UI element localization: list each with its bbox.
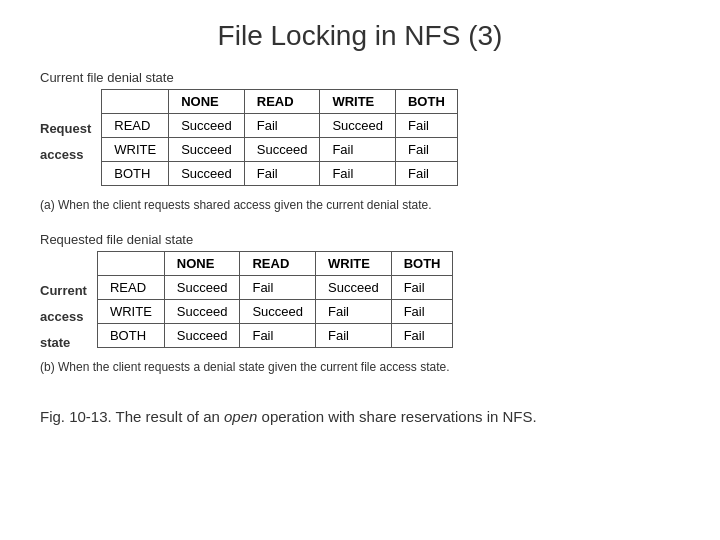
cell-b-write-write: Fail xyxy=(316,300,392,324)
row-group-label-a-line1: Request xyxy=(40,115,97,141)
row-group-label-b-line2: access xyxy=(40,303,93,329)
col-header-none-b: NONE xyxy=(164,252,240,276)
row-label-read-a: READ xyxy=(102,114,169,138)
table-row: READ Succeed Fail Succeed Fail xyxy=(97,276,453,300)
col-header-empty-b xyxy=(97,252,164,276)
cell-b-write-read: Succeed xyxy=(240,300,316,324)
cell-a-both-none: Succeed xyxy=(169,162,245,186)
row-group-label-a: Request access xyxy=(40,89,101,193)
cell-a-write-none: Succeed xyxy=(169,138,245,162)
cell-a-read-write: Succeed xyxy=(320,114,396,138)
col-header-both-b: BOTH xyxy=(391,252,453,276)
cell-a-write-write: Fail xyxy=(320,138,396,162)
row-group-label-b-line1: Current xyxy=(40,277,93,303)
cell-b-both-write: Fail xyxy=(316,324,392,348)
cell-b-read-both: Fail xyxy=(391,276,453,300)
caption-a: (a) When the client requests shared acce… xyxy=(40,198,680,212)
row-label-both-b: BOTH xyxy=(97,324,164,348)
table-row: BOTH Succeed Fail Fail Fail xyxy=(97,324,453,348)
section-a-label: Current file denial state xyxy=(40,70,680,85)
cell-a-write-read: Succeed xyxy=(244,138,320,162)
col-header-both-a: BOTH xyxy=(395,90,457,114)
row-group-label-a-spacer xyxy=(40,167,97,193)
caption-b: (b) When the client requests a denial st… xyxy=(40,360,680,374)
col-header-none-a: NONE xyxy=(169,90,245,114)
table-row: WRITE Succeed Succeed Fail Fail xyxy=(97,300,453,324)
col-header-read-a: READ xyxy=(244,90,320,114)
table-row: BOTH Succeed Fail Fail Fail xyxy=(102,162,458,186)
fig-caption-prefix: Fig. 10-13. The result of an xyxy=(40,408,224,425)
table-row: READ Succeed Fail Succeed Fail xyxy=(102,114,458,138)
row-label-read-b: READ xyxy=(97,276,164,300)
page-title: File Locking in NFS (3) xyxy=(218,20,503,52)
col-header-read-b: READ xyxy=(240,252,316,276)
table-a: NONE READ WRITE BOTH READ Succeed Fail S… xyxy=(101,89,458,186)
table-b: NONE READ WRITE BOTH READ Succeed Fail S… xyxy=(97,251,454,348)
section-a: Current file denial state Request access… xyxy=(40,70,680,222)
section-b: Requested file denial state Current acce… xyxy=(40,232,680,384)
fig-caption: Fig. 10-13. The result of an open operat… xyxy=(40,408,680,425)
cell-b-both-both: Fail xyxy=(391,324,453,348)
cell-b-both-none: Succeed xyxy=(164,324,240,348)
cell-a-write-both: Fail xyxy=(395,138,457,162)
cell-a-read-read: Fail xyxy=(244,114,320,138)
row-label-write-b: WRITE xyxy=(97,300,164,324)
cell-b-write-both: Fail xyxy=(391,300,453,324)
cell-a-both-read: Fail xyxy=(244,162,320,186)
cell-a-read-none: Succeed xyxy=(169,114,245,138)
fig-caption-suffix: operation with share reservations in NFS… xyxy=(257,408,536,425)
col-header-write-b: WRITE xyxy=(316,252,392,276)
col-header-write-a: WRITE xyxy=(320,90,396,114)
table-row: WRITE Succeed Succeed Fail Fail xyxy=(102,138,458,162)
cell-b-read-read: Fail xyxy=(240,276,316,300)
section-b-label: Requested file denial state xyxy=(40,232,680,247)
cell-b-read-none: Succeed xyxy=(164,276,240,300)
row-label-write-a: WRITE xyxy=(102,138,169,162)
row-group-label-a-line2: access xyxy=(40,141,97,167)
cell-b-both-read: Fail xyxy=(240,324,316,348)
row-group-label-b-line3: state xyxy=(40,329,93,355)
fig-caption-italic: open xyxy=(224,408,257,425)
cell-b-read-write: Succeed xyxy=(316,276,392,300)
row-group-label-b: Current access state xyxy=(40,251,97,355)
cell-a-both-both: Fail xyxy=(395,162,457,186)
cell-b-write-none: Succeed xyxy=(164,300,240,324)
cell-a-read-both: Fail xyxy=(395,114,457,138)
row-label-both-a: BOTH xyxy=(102,162,169,186)
cell-a-both-write: Fail xyxy=(320,162,396,186)
col-header-empty-a xyxy=(102,90,169,114)
